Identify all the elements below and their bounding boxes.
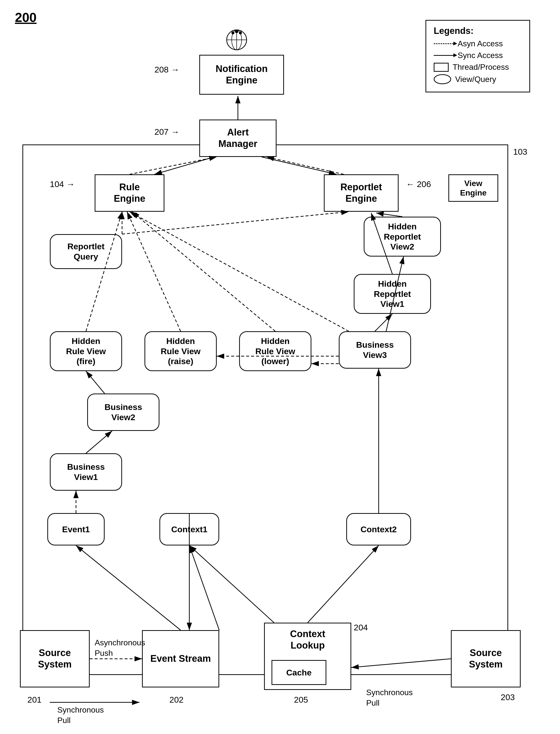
source-system-201-node: SourceSystem	[20, 630, 90, 687]
view-engine-node: ViewEngine	[448, 174, 498, 202]
notification-engine-node: NotificationEngine	[199, 55, 284, 95]
rule-engine-label: RuleEngine	[114, 182, 145, 204]
ref-204: 204	[354, 623, 368, 632]
legend-item-thread: Thread/Process	[434, 63, 522, 72]
business-view3-node: BusinessView3	[339, 331, 411, 368]
legend-item-async: Asyn Access	[434, 39, 522, 48]
thread-rect-icon	[434, 63, 449, 72]
ref-206: ← 206	[406, 179, 431, 189]
async-push-label: AsynchronousPush	[95, 638, 145, 658]
ref-201: 201	[27, 695, 42, 705]
svg-point-4	[231, 31, 234, 34]
ref-207: 207 →	[154, 127, 179, 137]
ref-104: 104 →	[50, 179, 75, 189]
reportlet-query-label: ReportletQuery	[67, 241, 104, 262]
ref-103: 103	[513, 147, 527, 157]
source-system-203-label: SourceSystem	[469, 647, 502, 670]
legend-item-sync: Sync Access	[434, 51, 522, 60]
event-stream-node: Event Stream	[142, 630, 219, 687]
sync-line-icon	[434, 55, 454, 56]
svg-point-6	[239, 31, 242, 34]
notification-icon	[222, 27, 252, 52]
cache-label: Cache	[286, 667, 312, 678]
business-view2-label: BusinessView2	[104, 402, 142, 422]
legend-item-view: View/Query	[434, 74, 522, 84]
ref-205: 205	[294, 695, 308, 705]
event1-label: Event1	[62, 524, 90, 534]
hidden-rule-view-raise-node: HiddenRule View(raise)	[144, 331, 217, 371]
figure-number: 200	[15, 10, 37, 25]
alert-manager-label: AlertManager	[218, 127, 257, 150]
ref-208: 208 →	[154, 65, 179, 75]
hidden-rule-view-lower-label: HiddenRule View(lower)	[255, 336, 295, 367]
hidden-reportlet-view2-label: HiddenReportletView2	[384, 222, 421, 252]
reportlet-engine-label: ReportletEngine	[341, 182, 382, 204]
sync-pull-201-label: SynchronousPull	[57, 705, 104, 726]
hidden-rule-view-lower-node: HiddenRule View(lower)	[239, 331, 311, 371]
context1-label: Context1	[171, 524, 207, 534]
view-label: View/Query	[455, 75, 496, 84]
notification-icon-area	[212, 25, 262, 55]
legend-box: Legends: Asyn Access Sync Access Thread/…	[425, 20, 530, 92]
async-line-icon	[434, 43, 454, 44]
source-system-201-label: SourceSystem	[38, 647, 71, 670]
sync-label: Sync Access	[458, 51, 503, 60]
context2-label: Context2	[360, 524, 397, 534]
legend-title: Legends:	[434, 26, 522, 36]
source-system-203-node: SourceSystem	[451, 630, 521, 687]
business-view1-label: BusinessView1	[67, 462, 105, 482]
event1-node: Event1	[47, 513, 105, 545]
business-view3-label: BusinessView3	[356, 340, 394, 360]
context1-node: Context1	[159, 513, 219, 545]
cache-node: Cache	[272, 660, 326, 685]
hidden-rule-view-fire-node: HiddenRule View(fire)	[50, 331, 122, 371]
hidden-reportlet-view1-label: HiddenReportletView1	[374, 279, 411, 309]
notification-engine-label: NotificationEngine	[216, 63, 268, 86]
view-oval-icon	[434, 74, 451, 84]
thread-label: Thread/Process	[453, 63, 509, 72]
business-view2-node: BusinessView2	[87, 393, 159, 431]
hidden-rule-view-fire-label: HiddenRule View(fire)	[66, 336, 106, 367]
alert-manager-node: AlertManager	[199, 120, 277, 157]
diagram-container: 200 Legends: Asyn Access Sync Access Thr…	[0, 0, 560, 734]
reportlet-query-node: ReportletQuery	[50, 234, 122, 269]
context-lookup-label: ContextLookup	[290, 628, 325, 651]
async-label: Asyn Access	[458, 39, 503, 48]
business-view1-node: BusinessView1	[50, 453, 122, 491]
reportlet-engine-node: ReportletEngine	[324, 174, 399, 212]
context2-node: Context2	[346, 513, 411, 545]
hidden-rule-view-raise-label: HiddenRule View(raise)	[161, 336, 201, 367]
svg-point-5	[235, 30, 238, 33]
rule-engine-node: RuleEngine	[95, 174, 164, 212]
view-engine-label: ViewEngine	[460, 179, 487, 198]
hidden-reportlet-view1-node: HiddenReportletView1	[354, 274, 431, 314]
ref-203: 203	[501, 692, 515, 702]
event-stream-label: Event Stream	[150, 653, 211, 664]
hidden-reportlet-view2-node: HiddenReportletView2	[364, 217, 441, 257]
ref-202: 202	[169, 695, 184, 705]
sync-pull-203-label: SynchronousPull	[366, 687, 413, 708]
